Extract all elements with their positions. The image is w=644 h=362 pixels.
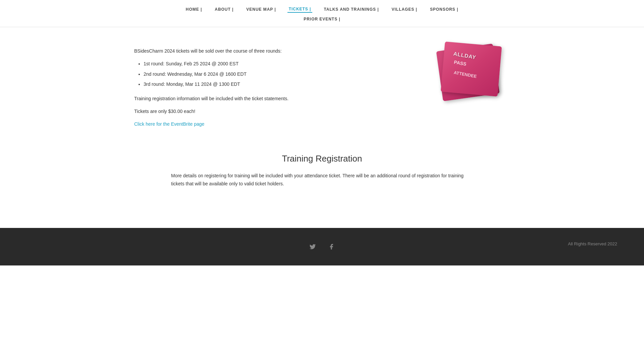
training-note: Training registration information will b…: [134, 95, 416, 102]
nav-link-prior-events[interactable]: PRIOR EVENTS |: [302, 16, 341, 22]
nav-link-talks[interactable]: TALKS AND TRAININGS |: [322, 6, 380, 12]
ticket-card-front: ALLDay Pass ATTENDEE: [441, 42, 502, 97]
twitter-icon[interactable]: [307, 241, 318, 252]
training-section: Training Registration More details on re…: [134, 154, 510, 188]
facebook-icon[interactable]: [326, 241, 337, 252]
ticket-badge: ALLDay Pass ATTENDEE: [436, 44, 506, 101]
price-note: Tickets are only $30.00 each!: [134, 108, 416, 115]
nav-row-2: PRIOR EVENTS |: [302, 16, 341, 27]
main-content: BSidesCharm 2024 tickets will be sold ov…: [121, 27, 523, 215]
footer-social: [307, 241, 337, 252]
nav-link-about[interactable]: ABOUT |: [213, 6, 235, 12]
ticket-line3: ATTENDEE: [453, 70, 477, 79]
ticket-line1: ALLDay: [453, 51, 476, 61]
training-details: More details on registering for training…: [171, 172, 473, 188]
round-item: 2nd round: Wednesday, Mar 6 2024 @ 1600 …: [144, 70, 416, 78]
intro-text: BSidesCharm 2024 tickets will be sold ov…: [134, 47, 416, 55]
nav-link-home[interactable]: HOME |: [184, 6, 203, 12]
footer-inner: All Rights Reserved 2022: [0, 238, 644, 255]
tickets-text: BSidesCharm 2024 tickets will be sold ov…: [134, 47, 416, 133]
nav-link-venue-map[interactable]: VENUE MAP |: [245, 6, 277, 12]
eventbrite-link[interactable]: Click here for the EventBrite page: [134, 121, 204, 127]
main-nav: HOME |ABOUT |VENUE MAP |TICKETS |TALKS A…: [0, 0, 644, 27]
nav-link-villages[interactable]: VILLAGES |: [390, 6, 419, 12]
tickets-section: BSidesCharm 2024 tickets will be sold ov…: [134, 47, 510, 133]
eventbrite-link-container: Click here for the EventBrite page: [134, 120, 416, 128]
rounds-list: 1st round: Sunday, Feb 25 2024 @ 2000 ES…: [134, 60, 416, 88]
ticket-line2: Pass: [453, 59, 467, 67]
footer: All Rights Reserved 2022: [0, 228, 644, 265]
round-item: 1st round: Sunday, Feb 25 2024 @ 2000 ES…: [144, 60, 416, 67]
footer-copyright: All Rights Reserved 2022: [568, 241, 617, 246]
round-item: 3rd round: Monday, Mar 11 2024 @ 1300 ED…: [144, 80, 416, 88]
nav-row-1: HOME |ABOUT |VENUE MAP |TICKETS |TALKS A…: [184, 0, 460, 16]
nav-link-sponsors[interactable]: SPONSORS |: [429, 6, 460, 12]
training-section-title: Training Registration: [134, 154, 510, 164]
nav-link-tickets[interactable]: TICKETS |: [287, 6, 313, 13]
ticket-image-container: ALLDay Pass ATTENDEE: [436, 47, 510, 101]
